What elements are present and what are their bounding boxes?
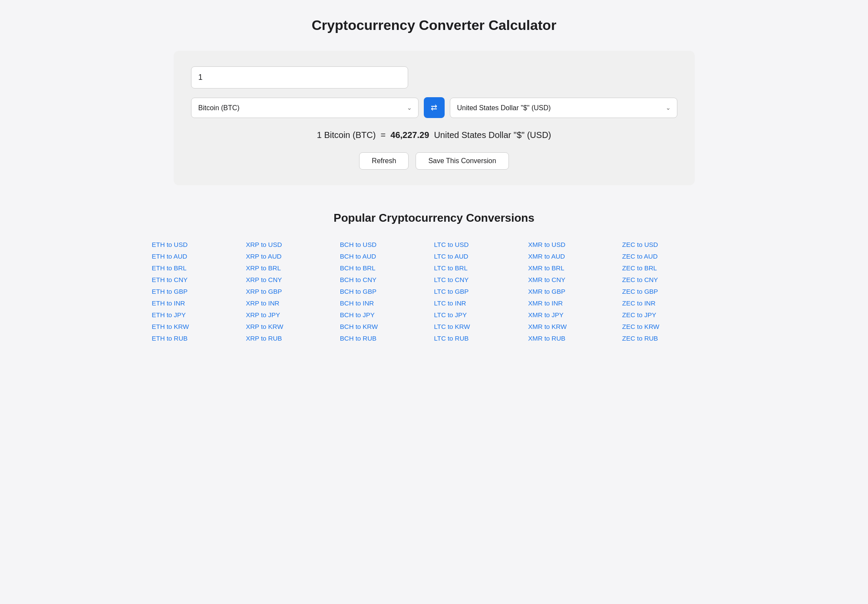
selectors-row: Bitcoin (BTC)Ethereum (ETH)Ripple (XRP)B… (191, 97, 677, 118)
action-buttons: Refresh Save This Conversion (191, 152, 677, 170)
list-item[interactable]: XRP to AUD (246, 250, 340, 262)
list-item[interactable]: XRP to GBP (246, 286, 340, 297)
list-item[interactable]: LTC to JPY (434, 309, 528, 321)
conversion-column-4: XMR to USDXMR to AUDXMR to BRLXMR to CNY… (528, 239, 622, 344)
list-item[interactable]: ETH to GBP (152, 286, 246, 297)
list-item[interactable]: XRP to CNY (246, 274, 340, 286)
from-currency-wrapper: Bitcoin (BTC)Ethereum (ETH)Ripple (XRP)B… (191, 98, 419, 118)
list-item[interactable]: BCH to AUD (340, 250, 434, 262)
save-conversion-button[interactable]: Save This Conversion (416, 152, 508, 170)
conversion-column-2: BCH to USDBCH to AUDBCH to BRLBCH to CNY… (340, 239, 434, 344)
result-equals: = (380, 130, 386, 140)
list-item[interactable]: BCH to KRW (340, 321, 434, 332)
converter-card: Bitcoin (BTC)Ethereum (ETH)Ripple (XRP)B… (174, 51, 695, 185)
list-item[interactable]: BCH to BRL (340, 262, 434, 274)
amount-input[interactable] (191, 66, 408, 89)
list-item[interactable]: BCH to INR (340, 297, 434, 309)
list-item[interactable]: ZEC to USD (622, 239, 716, 250)
list-item[interactable]: XMR to RUB (528, 332, 622, 344)
list-item[interactable]: LTC to INR (434, 297, 528, 309)
conversion-column-5: ZEC to USDZEC to AUDZEC to BRLZEC to CNY… (622, 239, 716, 344)
list-item[interactable]: XMR to INR (528, 297, 622, 309)
list-item[interactable]: LTC to BRL (434, 262, 528, 274)
to-currency-select[interactable]: United States Dollar "$" (USD)Australian… (450, 98, 677, 118)
list-item[interactable]: XRP to KRW (246, 321, 340, 332)
list-item[interactable]: ETH to INR (152, 297, 246, 309)
popular-section: Popular Cryptocurrency Conversions ETH t… (152, 211, 716, 344)
result-from: 1 Bitcoin (BTC) (317, 130, 376, 140)
to-currency-wrapper: United States Dollar "$" (USD)Australian… (450, 98, 677, 118)
list-item[interactable]: ETH to KRW (152, 321, 246, 332)
list-item[interactable]: LTC to KRW (434, 321, 528, 332)
conversions-grid: ETH to USDETH to AUDETH to BRLETH to CNY… (152, 239, 716, 344)
list-item[interactable]: LTC to GBP (434, 286, 528, 297)
list-item[interactable]: XMR to BRL (528, 262, 622, 274)
swap-icon: ⇄ (431, 103, 437, 112)
list-item[interactable]: XRP to INR (246, 297, 340, 309)
list-item[interactable]: ETH to RUB (152, 332, 246, 344)
list-item[interactable]: XMR to KRW (528, 321, 622, 332)
list-item[interactable]: XRP to BRL (246, 262, 340, 274)
conversion-column-0: ETH to USDETH to AUDETH to BRLETH to CNY… (152, 239, 246, 344)
from-currency-select[interactable]: Bitcoin (BTC)Ethereum (ETH)Ripple (XRP)B… (191, 98, 418, 118)
list-item[interactable]: ZEC to CNY (622, 274, 716, 286)
list-item[interactable]: LTC to USD (434, 239, 528, 250)
list-item[interactable]: LTC to CNY (434, 274, 528, 286)
list-item[interactable]: XMR to GBP (528, 286, 622, 297)
list-item[interactable]: LTC to RUB (434, 332, 528, 344)
list-item[interactable]: ZEC to INR (622, 297, 716, 309)
list-item[interactable]: ZEC to BRL (622, 262, 716, 274)
conversion-column-1: XRP to USDXRP to AUDXRP to BRLXRP to CNY… (246, 239, 340, 344)
list-item[interactable]: ETH to CNY (152, 274, 246, 286)
conversion-column-3: LTC to USDLTC to AUDLTC to BRLLTC to CNY… (434, 239, 528, 344)
swap-button[interactable]: ⇄ (424, 97, 445, 118)
list-item[interactable]: ZEC to JPY (622, 309, 716, 321)
list-item[interactable]: ETH to JPY (152, 309, 246, 321)
list-item[interactable]: ZEC to KRW (622, 321, 716, 332)
list-item[interactable]: XMR to CNY (528, 274, 622, 286)
page-title: Cryptocurrency Converter Calculator (26, 17, 842, 33)
list-item[interactable]: XMR to USD (528, 239, 622, 250)
refresh-button[interactable]: Refresh (359, 152, 409, 170)
result-to: United States Dollar "$" (USD) (434, 130, 551, 140)
list-item[interactable]: ETH to AUD (152, 250, 246, 262)
list-item[interactable]: XMR to AUD (528, 250, 622, 262)
list-item[interactable]: BCH to USD (340, 239, 434, 250)
list-item[interactable]: ZEC to GBP (622, 286, 716, 297)
list-item[interactable]: ETH to USD (152, 239, 246, 250)
list-item[interactable]: BCH to GBP (340, 286, 434, 297)
result-row: 1 Bitcoin (BTC) = 46,227.29 United State… (191, 130, 677, 140)
list-item[interactable]: ZEC to RUB (622, 332, 716, 344)
list-item[interactable]: BCH to RUB (340, 332, 434, 344)
popular-title: Popular Cryptocurrency Conversions (152, 211, 716, 225)
list-item[interactable]: XRP to USD (246, 239, 340, 250)
list-item[interactable]: BCH to JPY (340, 309, 434, 321)
list-item[interactable]: XRP to RUB (246, 332, 340, 344)
list-item[interactable]: XMR to JPY (528, 309, 622, 321)
list-item[interactable]: ETH to BRL (152, 262, 246, 274)
list-item[interactable]: BCH to CNY (340, 274, 434, 286)
result-value: 46,227.29 (390, 130, 429, 140)
list-item[interactable]: LTC to AUD (434, 250, 528, 262)
list-item[interactable]: XRP to JPY (246, 309, 340, 321)
list-item[interactable]: ZEC to AUD (622, 250, 716, 262)
